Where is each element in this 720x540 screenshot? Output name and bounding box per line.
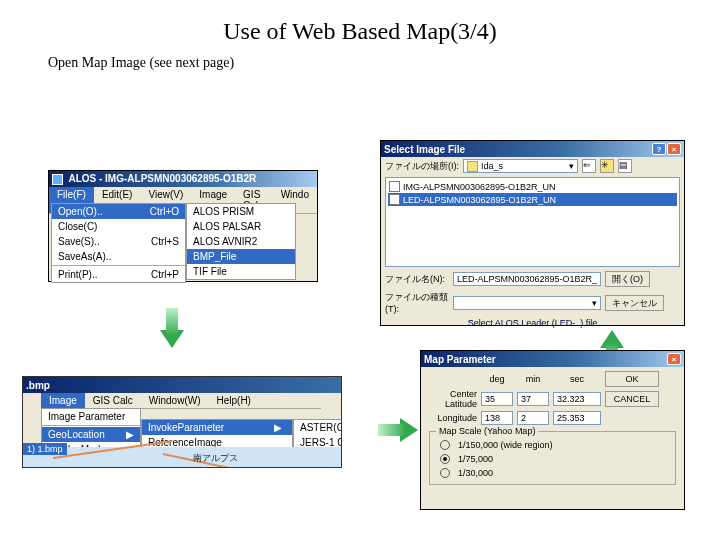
filename-input[interactable] [453,272,601,286]
file-open-title: Select Image File [384,144,465,155]
scale-group-title: Map Scale (Yahoo Map) [436,426,538,436]
map-param-title: Map Parameter [424,354,496,365]
strip-title: .bmp [26,380,50,391]
lon-sec-input[interactable] [553,411,601,425]
filename-label: ファイル名(N): [385,273,449,286]
map-thumbnail: 1) 1.bmp 南アルプス [23,447,341,468]
file-menu-saveas[interactable]: SaveAs(A).. [52,249,185,264]
alos-window: ALOS - IMG-ALPSMN003062895-O1B2R File(F)… [48,170,318,282]
file-item[interactable]: IMG-ALPSMN003062895-O1B2R_UN [388,180,677,193]
file-icon [389,181,400,192]
file-menu-print[interactable]: Print(P)..Ctrl+P [52,267,185,282]
col-sec: sec [553,374,601,384]
lon-deg-input[interactable] [481,411,513,425]
help-button[interactable]: ? [652,143,666,155]
scale-option-150k[interactable]: 1/150,000 (wide region) [436,438,669,452]
tab-image[interactable]: Image [41,393,85,408]
view-menu-icon[interactable]: ▤ [618,159,632,173]
open-sub-bmp[interactable]: BMP_File [187,249,295,264]
up-folder-icon[interactable]: ⇐ [582,159,596,173]
alos-title-prefix: ALOS - [68,173,105,184]
center-lon-label: Longitude [425,413,477,423]
look-in-label: ファイルの場所(I): [385,160,459,173]
lon-min-input[interactable] [517,411,549,425]
col-deg: deg [481,374,513,384]
filetype-label: ファイルの種類(T): [385,291,449,314]
arrow-right-icon [400,418,418,442]
new-folder-icon[interactable]: ✳ [600,159,614,173]
open-submenu: ALOS PRISM ALOS PALSAR ALOS AVNIR2 BMP_F… [186,203,296,280]
file-menu-dropdown: Open(O)..Ctrl+O Close(C) Save(S)..Ctrl+S… [51,203,186,283]
ok-button[interactable]: OK [605,371,659,387]
close-button[interactable]: × [667,143,681,155]
cancel-button[interactable]: CANCEL [605,391,659,407]
map-caption: 南アルプス [193,452,238,465]
file-open-dialog: Select Image File ? × ファイルの場所(I): Ida_s … [380,140,685,326]
strip-titlebar: .bmp [23,377,341,393]
lat-min-input[interactable] [517,392,549,406]
open-button[interactable]: 開く(O) [605,271,650,287]
map-parameter-dialog: Map Parameter × deg min sec OK Center La… [420,350,685,510]
img-menu-geolocation[interactable]: GeoLocation▶ [42,427,140,442]
file-menu-sep [52,265,185,266]
lat-deg-input[interactable] [481,392,513,406]
look-in-combo[interactable]: Ida_s ▾ [463,159,578,173]
close-button[interactable]: × [667,353,681,365]
strip-menubar: Image GIS Calc Window(W) Help(H) [41,393,321,409]
scale-option-75k[interactable]: 1/75,000 [436,452,669,466]
folder-icon [467,161,478,172]
tab-giscalc[interactable]: GIS Calc [85,393,141,408]
geo-sub-invoke[interactable]: InvokeParameter▶ [142,420,292,435]
arrow-down-icon [160,330,184,348]
center-lat-label: Center Latitude [425,389,477,409]
map-param-titlebar: Map Parameter × [421,351,684,367]
file-menu-open[interactable]: Open(O)..Ctrl+O [52,204,185,219]
file-icon [389,194,400,205]
scale-option-30k[interactable]: 1/30,000 [436,466,669,480]
geo2-aster[interactable]: ASTER(CEOS) [294,420,342,435]
img-menu-param[interactable]: Image Parameter [42,409,140,424]
open-sub-prism[interactable]: ALOS PRISM [187,204,295,219]
cancel-button[interactable]: キャンセル [605,295,664,311]
page-title: Use of Web Based Map(3/4) [0,0,720,45]
reference-map-strip: .bmp Image GIS Calc Window(W) Help(H) Im… [22,376,342,468]
alos-title-file: IMG-ALPSMN003062895-O1B2R [105,173,256,184]
open-sub-avnir2[interactable]: ALOS AVNIR2 [187,234,295,249]
img-menu-sep [42,425,140,426]
tab-help[interactable]: Help(H) [208,393,258,408]
alos-window-titlebar: ALOS - IMG-ALPSMN003062895-O1B2R [49,171,317,187]
scale-groupbox: Map Scale (Yahoo Map) 1/150,000 (wide re… [429,431,676,485]
file-open-titlebar: Select Image File ? × [381,141,684,157]
filetype-combo[interactable]: ▾ [453,296,601,310]
file-item[interactable]: LED-ALPSMN003062895-O1B2R_UN [388,193,677,206]
file-menu-save[interactable]: Save(S)..Ctrl+S [52,234,185,249]
tab-window[interactable]: Window(W) [141,393,209,408]
dialog-hint: Select ALOS Leader (LED-..) file [468,318,598,328]
lat-sec-input[interactable] [553,392,601,406]
arrow-up-icon [600,330,624,348]
col-min: min [517,374,549,384]
chevron-down-icon: ▾ [592,298,597,308]
open-sub-tif[interactable]: TIF File [187,264,295,279]
chevron-down-icon: ▾ [569,161,574,171]
file-menu-close[interactable]: Close(C) [52,219,185,234]
file-list[interactable]: IMG-ALPSMN003062895-O1B2R_UN LED-ALPSMN0… [385,177,680,267]
open-sub-palsar[interactable]: ALOS PALSAR [187,219,295,234]
app-icon [52,174,63,185]
layer-chip: 1) 1.bmp [23,443,67,455]
page-subtitle: Open Map Image (see next page) [0,45,720,71]
